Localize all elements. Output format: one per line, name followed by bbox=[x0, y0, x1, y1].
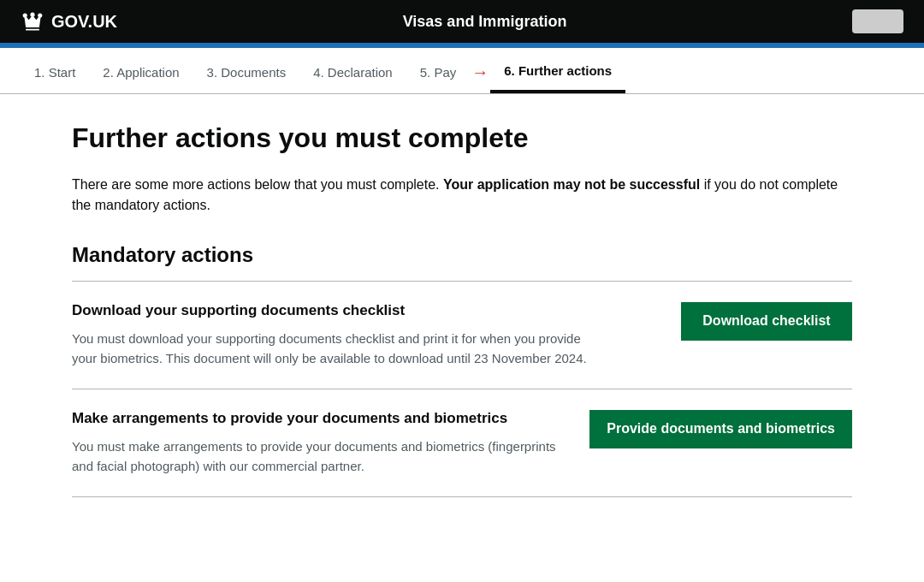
step-5[interactable]: 5. Pay bbox=[406, 50, 471, 92]
gov-logo[interactable]: GOV.UK bbox=[21, 9, 117, 33]
intro-bold-text: Your application may not be successful bbox=[443, 177, 700, 192]
header-title: Visas and Immigration bbox=[403, 13, 567, 31]
site-header: GOV.UK Visas and Immigration bbox=[0, 0, 924, 43]
step-3[interactable]: 3. Documents bbox=[193, 50, 300, 92]
intro-paragraph: There are some more actions below that y… bbox=[72, 175, 852, 216]
provide-biometrics-button[interactable]: Provide documents and biometrics bbox=[589, 410, 852, 448]
action-2-content: Make arrangements to provide your docume… bbox=[72, 410, 562, 476]
action-1-content: Download your supporting documents check… bbox=[72, 302, 602, 368]
step-2[interactable]: 2. Application bbox=[89, 50, 192, 92]
action-2-description: You must make arrangements to provide yo… bbox=[72, 437, 562, 476]
logo-text: GOV.UK bbox=[51, 12, 117, 32]
download-checklist-button[interactable]: Download checklist bbox=[681, 302, 852, 341]
steps-navigation: 1. Start 2. Application 3. Documents 4. … bbox=[0, 48, 924, 94]
action-1-heading: Download your supporting documents check… bbox=[72, 302, 602, 319]
mandatory-section-title: Mandatory actions bbox=[72, 243, 852, 267]
action-row-biometrics: Make arrangements to provide your docume… bbox=[72, 389, 852, 497]
main-content: Further actions you must complete There … bbox=[51, 94, 873, 525]
action-row-download: Download your supporting documents check… bbox=[72, 282, 852, 389]
page-title: Further actions you must complete bbox=[72, 122, 852, 154]
step-arrow-icon: → bbox=[471, 59, 489, 82]
action-1-description: You must download your supporting docume… bbox=[72, 330, 602, 368]
user-avatar[interactable] bbox=[852, 9, 903, 33]
action-1-button-area: Download checklist bbox=[681, 302, 852, 341]
action-2-button-area: Provide documents and biometrics bbox=[589, 410, 852, 448]
action-2-heading: Make arrangements to provide your docume… bbox=[72, 410, 562, 427]
step-4[interactable]: 4. Declaration bbox=[299, 50, 406, 92]
step-6[interactable]: 6. Further actions bbox=[490, 48, 625, 93]
crown-icon bbox=[21, 9, 44, 33]
intro-normal-text: There are some more actions below that y… bbox=[72, 177, 440, 192]
step-1[interactable]: 1. Start bbox=[21, 50, 89, 92]
